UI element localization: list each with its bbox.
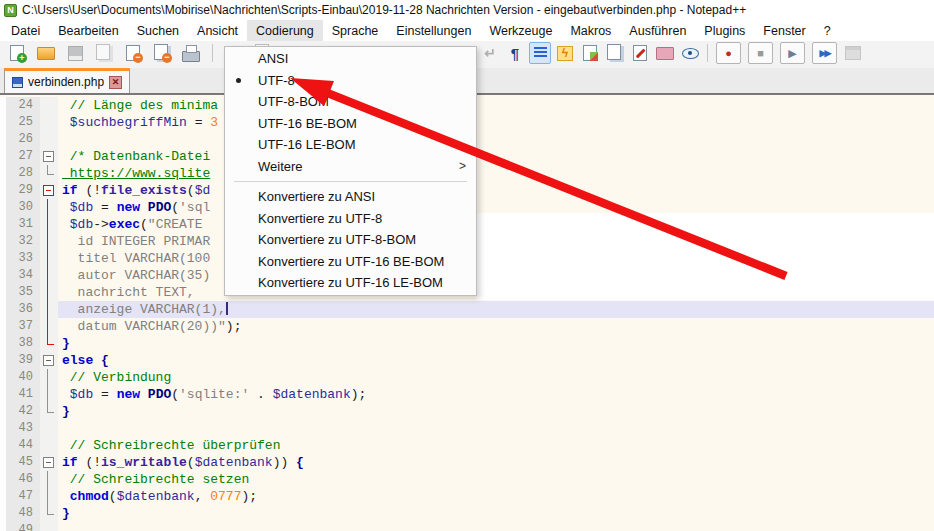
code-text[interactable]: // Verbindung: [58, 369, 934, 386]
code-line: 41 $db = new PDO('sqlite:' . $datenbank)…: [0, 386, 934, 403]
token-str: titel VARCHAR(100: [62, 251, 210, 266]
code-line: 40 // Verbindung: [0, 369, 934, 386]
code-text[interactable]: }: [58, 403, 934, 420]
code-text[interactable]: [58, 131, 934, 148]
menubar-item-fenster[interactable]: Fenster: [754, 20, 814, 41]
encoding-menu-item-konvertiere-zu-ansi[interactable]: Konvertiere zu ANSI: [225, 186, 476, 208]
encoding-menu-item-konvertiere-zu-utf-8[interactable]: Konvertiere zu UTF-8: [225, 208, 476, 230]
save-icon[interactable]: [64, 42, 86, 64]
tab-close-icon[interactable]: ✕: [109, 76, 122, 89]
line-number: 39: [6, 352, 40, 369]
menubar-item-werkzeuge[interactable]: Werkzeuge: [480, 20, 561, 41]
token-kw: if: [62, 183, 78, 198]
save-all-icon[interactable]: [93, 42, 115, 64]
code-text[interactable]: /* Datenbank-Datei: [58, 148, 934, 165]
encoding-menu-item-konvertiere-zu-utf-16-be-bom[interactable]: Konvertiere zu UTF-16 BE-BOM: [225, 251, 476, 273]
code-text[interactable]: anzeige VARCHAR(1),: [58, 301, 934, 318]
doc-switcher-icon[interactable]: [604, 42, 626, 64]
menu-item-label: ANSI: [258, 51, 288, 66]
encoding-menu-item-konvertiere-zu-utf-16-le-bom[interactable]: Konvertiere zu UTF-16 LE-BOM: [225, 272, 476, 294]
code-text[interactable]: [58, 522, 934, 531]
indent-guide-icon[interactable]: [529, 42, 551, 64]
white-overlay-artifact: [476, 213, 934, 300]
show-all-chars-icon[interactable]: ¶: [504, 42, 526, 64]
code-text[interactable]: }: [58, 335, 934, 352]
menubar-item-sprache[interactable]: Sprache: [323, 20, 388, 41]
code-text[interactable]: if (!file_exists($d: [58, 182, 934, 199]
close-all-icon[interactable]: [151, 42, 173, 64]
menu-item-label: UTF-8-BOM: [258, 94, 329, 109]
fold-margin: [40, 386, 58, 403]
menubar-item-ansicht[interactable]: Ansicht: [188, 20, 247, 41]
fold-collapse-icon[interactable]: [40, 454, 58, 471]
fold-margin: [40, 420, 58, 437]
encoding-menu-item-utf-16-le-bom[interactable]: UTF-16 LE-BOM: [225, 134, 476, 156]
code-text[interactable]: else {: [58, 352, 934, 369]
macro-stop-icon[interactable]: ■: [748, 42, 773, 64]
token-op: );: [351, 387, 367, 402]
menubar-item-einstellungen[interactable]: Einstellungen: [387, 20, 480, 41]
fold-margin: [40, 250, 58, 267]
code-text[interactable]: // Schreibrechte setzen: [58, 471, 934, 488]
token-kw: new: [117, 200, 140, 215]
macro-record-icon[interactable]: ●: [716, 42, 741, 64]
tab-label: verbinden.php: [28, 75, 104, 89]
code-text[interactable]: [58, 420, 934, 437]
code-text[interactable]: if (!is_writable($datenbank)) {: [58, 454, 934, 471]
fold-margin: [40, 216, 58, 233]
code-text[interactable]: }: [58, 505, 934, 522]
monitoring-icon[interactable]: [679, 42, 701, 64]
encoding-menu-item-utf-8-bom[interactable]: UTF-8-BOM: [225, 91, 476, 113]
encoding-menu-item-utf-8[interactable]: UTF-8: [225, 70, 476, 92]
macro-edit-icon[interactable]: [629, 42, 651, 64]
token-var: $db: [62, 387, 93, 402]
line-number: 42: [6, 403, 40, 420]
menubar-item-codierung[interactable]: Codierung: [247, 20, 323, 41]
fold-collapse-icon[interactable]: [40, 182, 58, 199]
menubar-item-datei[interactable]: Datei: [2, 20, 49, 41]
fold-margin: [40, 437, 58, 454]
encoding-menu-item-utf-16-be-bom[interactable]: UTF-16 BE-BOM: [225, 113, 476, 135]
fold-collapse-icon[interactable]: [40, 148, 58, 165]
code-text[interactable]: datum VARCHAR(20))");: [58, 318, 934, 335]
token-str: 'sqlite:': [179, 387, 249, 402]
token-brace: }: [62, 404, 70, 419]
code-line: 45if (!is_writable($datenbank)) {: [0, 454, 934, 471]
code-line: 44 // Schreibrechte überprüfen: [0, 437, 934, 454]
menubar-item-plugins[interactable]: Plugins: [695, 20, 754, 41]
encoding-menu-item-weitere[interactable]: Weitere>: [225, 156, 476, 178]
token-str: id INTEGER PRIMAR: [62, 234, 210, 249]
encoding-menu: ANSIUTF-8UTF-8-BOMUTF-16 BE-BOMUTF-16 LE…: [224, 46, 477, 296]
macro-run-multiple-icon[interactable]: ▶▶: [812, 42, 837, 64]
fold-collapse-icon[interactable]: [40, 352, 58, 369]
close-icon[interactable]: [122, 42, 144, 64]
code-text[interactable]: $suchbegriffMin = 3: [58, 114, 934, 131]
word-wrap-icon[interactable]: ↵: [479, 42, 501, 64]
menubar-item-bearbeiten[interactable]: Bearbeiten: [49, 20, 127, 41]
menu-item-label: Konvertiere zu ANSI: [258, 189, 375, 204]
macro-save-icon[interactable]: [842, 42, 864, 64]
code-text[interactable]: chmod($datenbank, 0777);: [58, 488, 934, 505]
macro-play-icon[interactable]: ▶: [780, 42, 805, 64]
encoding-menu-item-ansi[interactable]: ANSI: [225, 48, 476, 70]
line-number: 48: [6, 505, 40, 522]
tab-verbinden.php[interactable]: verbinden.php✕: [4, 68, 130, 93]
open-file-icon[interactable]: [35, 42, 57, 64]
line-number: 40: [6, 369, 40, 386]
menubar-item--[interactable]: ?: [815, 20, 840, 41]
menubar-item-suchen[interactable]: Suchen: [128, 20, 188, 41]
code-text[interactable]: $db = new PDO('sqlite:' . $datenbank);: [58, 386, 934, 403]
code-line: 48}: [0, 505, 934, 522]
folder-workspace-icon[interactable]: [654, 42, 676, 64]
code-text[interactable]: // Schreibrechte überprüfen: [58, 437, 934, 454]
encoding-menu-item-konvertiere-zu-utf-8-bom[interactable]: Konvertiere zu UTF-8-BOM: [225, 229, 476, 251]
code-text[interactable]: // Länge des minima: [58, 97, 934, 114]
code-text[interactable]: https://www.sqlite: [58, 165, 934, 182]
function-list-icon[interactable]: [554, 42, 576, 64]
new-file-icon[interactable]: [6, 42, 28, 64]
menubar-item-makros[interactable]: Makros: [561, 20, 620, 41]
menu-item-label: UTF-16 LE-BOM: [258, 137, 356, 152]
print-icon[interactable]: [180, 42, 202, 64]
document-map-icon[interactable]: [579, 42, 601, 64]
menubar-item-ausf-hren[interactable]: Ausführen: [620, 20, 695, 41]
